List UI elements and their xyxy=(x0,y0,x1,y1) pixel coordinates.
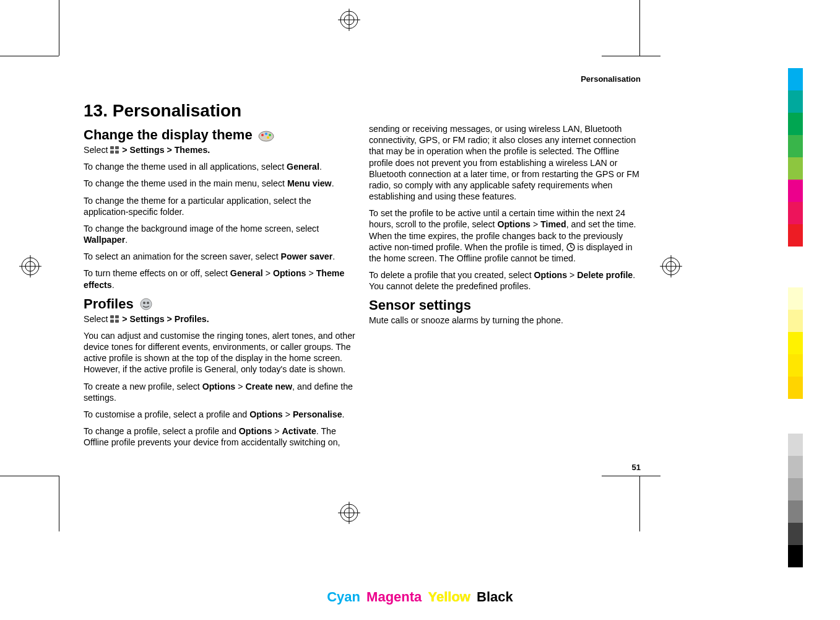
profiles-intro: You can adjust and customise the ringing… xyxy=(84,330,355,375)
running-head: Personalisation xyxy=(84,74,641,84)
page-number: 51 xyxy=(632,463,641,472)
registration-mark-icon xyxy=(660,255,682,277)
footer-color-names: Cyan Magenta Yellow Black xyxy=(326,589,514,605)
palette-icon xyxy=(258,128,275,142)
footer-black: Black xyxy=(477,589,513,605)
svg-point-19 xyxy=(269,134,271,136)
color-swatch xyxy=(788,434,803,456)
profiles-customise: To customise a profile, select a profile… xyxy=(84,409,355,420)
theme-wallpaper: To change the background image of the ho… xyxy=(84,223,355,245)
crop-mark xyxy=(59,476,59,531)
page-content: Personalisation 13. Personalisation Chan… xyxy=(84,74,641,458)
footer-yellow: Yellow xyxy=(428,589,470,605)
profiles-create: To create a new profile, select Options … xyxy=(84,381,355,403)
color-swatch xyxy=(788,224,803,247)
crop-mark xyxy=(639,0,640,56)
svg-point-18 xyxy=(265,133,267,135)
svg-point-26 xyxy=(143,302,145,304)
color-swatch xyxy=(788,377,803,399)
color-swatch xyxy=(788,202,803,224)
heading-text: Change the display theme xyxy=(84,127,253,143)
theme-appfolder: To change the theme for a particular app… xyxy=(84,195,355,217)
svg-rect-28 xyxy=(110,315,114,318)
color-swatch xyxy=(788,478,803,500)
menu-icon xyxy=(110,315,119,323)
svg-rect-22 xyxy=(115,146,119,149)
theme-menuview: To change the theme used in the main men… xyxy=(84,178,355,189)
profiles-delete: To delete a profile that you created, se… xyxy=(369,269,641,292)
body-columns: Change the display theme Select > Settin… xyxy=(84,123,641,458)
heading-sensor: Sensor settings xyxy=(369,297,641,313)
crop-mark xyxy=(0,56,59,56)
color-swatch xyxy=(788,523,803,545)
theme-powersaver: To select an animation for the screen sa… xyxy=(84,251,355,262)
color-swatch xyxy=(788,332,803,354)
registration-mark-icon xyxy=(19,255,41,277)
registration-mark-icon xyxy=(338,502,360,524)
svg-rect-31 xyxy=(115,320,119,323)
color-swatch xyxy=(788,500,803,523)
heading-text: Sensor settings xyxy=(369,297,471,313)
svg-point-27 xyxy=(147,302,149,304)
crop-mark xyxy=(602,476,660,476)
svg-rect-21 xyxy=(110,146,114,149)
svg-point-25 xyxy=(141,299,152,310)
heading-text: Profiles xyxy=(84,296,134,312)
svg-line-34 xyxy=(571,247,573,248)
profiles-icon xyxy=(139,297,154,311)
svg-rect-30 xyxy=(110,320,114,323)
theme-effects: To turn theme effects on or off, select … xyxy=(84,268,355,290)
color-swatch xyxy=(788,180,803,202)
crop-mark xyxy=(602,56,660,56)
svg-point-20 xyxy=(267,136,269,139)
svg-rect-24 xyxy=(115,151,119,154)
color-swatch xyxy=(788,354,803,377)
sensor-intro: Mute calls or snooze alarms by turning t… xyxy=(369,315,641,326)
crop-mark xyxy=(59,0,59,56)
color-swatch xyxy=(788,113,803,135)
heading-profiles: Profiles xyxy=(84,296,355,312)
color-swatch xyxy=(788,157,803,180)
profiles-timed: To set the profile to be active until a … xyxy=(369,207,641,264)
color-swatch xyxy=(788,456,803,478)
color-swatch-bar-mid xyxy=(788,287,803,399)
heading-change-theme: Change the display theme xyxy=(84,127,355,143)
svg-rect-23 xyxy=(110,151,114,154)
color-swatch xyxy=(788,545,803,567)
clock-icon xyxy=(566,243,575,251)
color-swatch xyxy=(788,90,803,113)
svg-rect-29 xyxy=(115,315,119,318)
color-swatch-bar-top xyxy=(788,68,803,247)
svg-point-17 xyxy=(261,134,264,136)
crop-mark xyxy=(639,476,640,531)
crop-mark xyxy=(0,476,59,476)
theme-general: To change the theme used in all applicat… xyxy=(84,161,355,172)
theme-select-line: Select > Settings > Themes. xyxy=(84,144,355,155)
chapter-title: 13. Personalisation xyxy=(84,101,641,121)
color-swatch xyxy=(788,135,803,157)
color-swatch xyxy=(788,310,803,332)
footer-magenta: Magenta xyxy=(366,589,422,605)
menu-icon xyxy=(110,146,119,154)
color-swatch xyxy=(788,68,803,90)
profiles-select-line: Select > Settings > Profiles. xyxy=(84,313,355,325)
color-swatch-bar-bottom xyxy=(788,434,803,567)
footer-cyan: Cyan xyxy=(327,589,360,605)
registration-mark-icon xyxy=(338,9,360,31)
color-swatch xyxy=(788,287,803,310)
